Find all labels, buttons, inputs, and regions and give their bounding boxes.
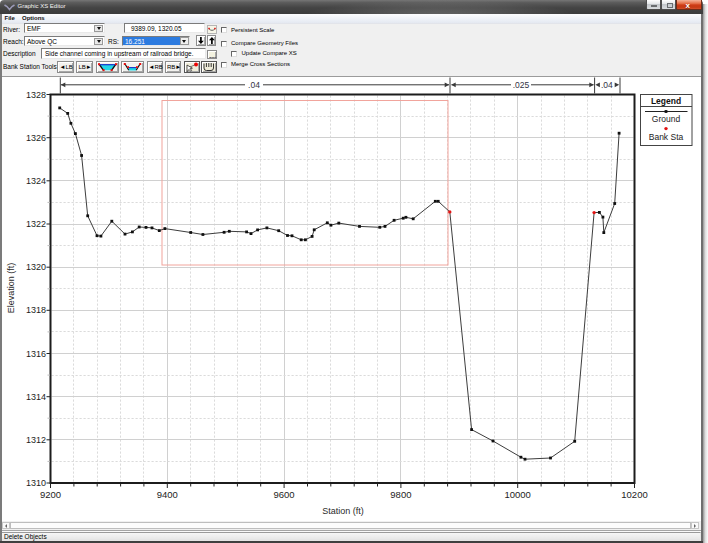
svg-text:1314: 1314 [26,392,46,402]
svg-text:9600: 9600 [274,489,295,500]
svg-text:1322: 1322 [26,219,46,229]
svg-text:10000: 10000 [504,489,530,500]
svg-text:Ground: Ground [652,114,681,124]
svg-text:1326: 1326 [26,133,46,143]
svg-text:.025: .025 [513,80,530,90]
svg-text:9200: 9200 [40,489,61,500]
svg-text:1312: 1312 [26,435,46,445]
svg-text:1318: 1318 [26,305,46,315]
svg-text:9400: 9400 [157,489,178,500]
svg-text:Legend: Legend [651,96,681,106]
svg-text:Bank Sta: Bank Sta [649,132,684,142]
svg-text:1310: 1310 [26,478,46,488]
svg-text:1328: 1328 [26,90,46,100]
svg-text:.04: .04 [601,80,613,90]
svg-text:1316: 1316 [26,349,46,359]
svg-text:10200: 10200 [621,489,647,500]
svg-text:Elevation (ft): Elevation (ft) [6,263,16,314]
svg-text:.04: .04 [248,80,260,90]
svg-text:1324: 1324 [26,176,46,186]
svg-text:Station (ft): Station (ft) [322,506,364,516]
svg-text:1320: 1320 [26,262,46,272]
svg-text:9800: 9800 [390,489,411,500]
